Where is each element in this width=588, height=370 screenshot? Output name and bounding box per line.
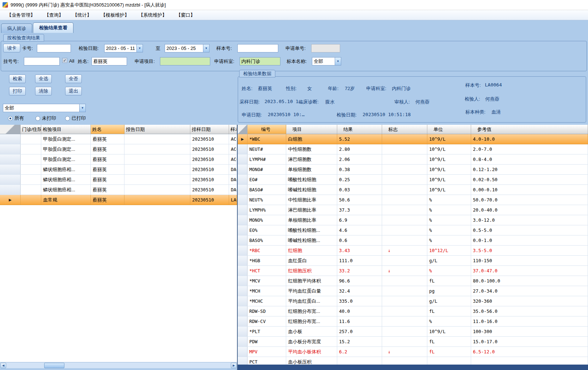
table-row[interactable]: BASO%嗜碱性粒细胞...0.6%0.0-1.0: [238, 235, 588, 246]
lab-result-table: 编号项目结果标志单位参考值▶*WBC白细胞5.5210^9/L4.0-10.0N…: [238, 125, 588, 370]
request-dept-label: 申请科室:: [214, 58, 234, 65]
patient-name-label: 姓名:: [78, 58, 89, 65]
menu-item[interactable]: 【业务管理】: [2, 10, 40, 20]
column-header[interactable]: 报告日期: [124, 125, 190, 134]
radio-icon: [8, 116, 13, 121]
specimen-name-select[interactable]: 全部 ▼: [312, 57, 341, 65]
exit-button[interactable]: 退出: [65, 87, 82, 95]
table-row[interactable]: 甲胎蛋白测定...蔡丽英20230510AC00: [0, 134, 237, 144]
row-selector: [238, 195, 248, 205]
table-row[interactable]: ▶血常规蔡丽英20230510LA00: [0, 195, 237, 205]
column-header[interactable]: 参考值: [471, 125, 588, 134]
table-row[interactable]: *HGB血红蛋白111.0g/L110-150: [238, 256, 588, 266]
card-no-input[interactable]: [37, 44, 71, 52]
table-row[interactable]: 鳞状细胞癌相...蔡丽英20230510DA00: [0, 165, 237, 175]
request-item-input[interactable]: [160, 57, 210, 65]
table-row[interactable]: RDW-SD红细胞分布宽...40.0fL35.0-56.0: [238, 306, 588, 316]
table-row[interactable]: LYMPH#淋巴细胞数2.0610^9/L0.8-4.0: [238, 154, 588, 165]
table-cell: g/L: [427, 256, 471, 265]
column-header[interactable]: 样本: [229, 125, 237, 134]
row-selector: [238, 235, 248, 245]
radio-unprinted[interactable]: 未打印: [35, 115, 56, 122]
patient-name-input[interactable]: [92, 57, 127, 65]
column-header[interactable]: [238, 125, 248, 134]
column-header[interactable]: 标志: [382, 125, 427, 134]
print-button[interactable]: 打印: [9, 87, 26, 95]
row-selector: [238, 347, 248, 357]
table-row[interactable]: *MCHC平均血红蛋白...335.0g/L320-360: [238, 296, 588, 306]
radio-all[interactable]: 所有: [8, 115, 24, 122]
scroll-left-icon[interactable]: ◀: [0, 363, 6, 368]
menu-item[interactable]: 【查询】: [40, 10, 68, 20]
column-header[interactable]: 编号: [248, 125, 286, 134]
column-header[interactable]: 门诊/住院: [21, 125, 41, 134]
result-filter-select[interactable]: 全部 ▼: [3, 104, 86, 112]
radio-label: 已打印: [72, 115, 86, 122]
radio-printed[interactable]: 已打印: [65, 115, 86, 122]
table-row[interactable]: MPV平均血小板体积6.2↓fL6.5-12.0: [238, 347, 588, 357]
column-header[interactable]: [0, 125, 21, 134]
reg-no-input[interactable]: [24, 57, 60, 65]
row-selector: [0, 144, 21, 154]
table-row[interactable]: *HCT红细胞压积33.2↓%37.0-47.0: [238, 266, 588, 276]
table-row[interactable]: *MCH平均血红蛋白量32.4pg27.0-34.0: [238, 286, 588, 296]
clear-button[interactable]: 清除: [35, 87, 52, 95]
table-row[interactable]: MONO%单核细胞比率6.9%3.0-12.0: [238, 215, 588, 225]
menu-item[interactable]: 【系统维护】: [134, 10, 172, 20]
column-header[interactable]: 排样日期: [190, 125, 229, 134]
table-cell: 鳞状细胞癌相...: [41, 185, 91, 195]
all-checkbox[interactable]: ✓: [62, 58, 67, 63]
table-row[interactable]: ▶*WBC白细胞5.5210^9/L4.0-10.0: [238, 134, 588, 144]
table-row[interactable]: MONO#单核细胞数0.3810^9/L0.12-1.20: [238, 165, 588, 175]
table-cell: 2.06: [337, 154, 382, 164]
menu-item[interactable]: 【模板维护】: [96, 10, 134, 20]
table-row[interactable]: 甲胎蛋白测定...蔡丽英20230510AC00: [0, 144, 237, 154]
scrollbar-thumb[interactable]: [44, 363, 64, 368]
table-cell: [21, 185, 41, 195]
table-row[interactable]: PDW血小板分布宽度15.2fL15.0-17.0: [238, 337, 588, 347]
horizontal-scrollbar[interactable]: ◀ ▶: [0, 362, 237, 368]
tab-patient-visit[interactable]: 病人就诊: [1, 24, 32, 33]
tab-lab-result-view[interactable]: 检验结果查看: [33, 22, 73, 33]
select-all-button[interactable]: 全选: [35, 75, 52, 83]
sample-no-input[interactable]: [237, 44, 278, 52]
table-row[interactable]: *RBC红细胞3.43↓10^12/L3.5-5.0: [238, 246, 588, 256]
column-header[interactable]: 单位: [427, 125, 471, 134]
table-cell: 淋巴细胞数: [286, 154, 337, 164]
read-card-button[interactable]: 读卡: [3, 44, 20, 52]
select-none-button[interactable]: 全否: [65, 75, 82, 83]
menu-item[interactable]: 【统计】: [68, 10, 96, 20]
table-row[interactable]: *PLT血小板257.010^9/L100-300: [238, 327, 588, 337]
row-selector: [238, 296, 248, 306]
column-header[interactable]: 结果: [337, 125, 382, 134]
table-cell: 257.0: [337, 327, 382, 336]
request-dept-input[interactable]: [240, 57, 280, 65]
table-row[interactable]: RDW-CV红细胞分布宽...11.6%11.0-16.0: [238, 316, 588, 327]
table-row[interactable]: NEUT%中性细胞比率50.6%50.0-70.0: [238, 195, 588, 205]
column-header[interactable]: 检验项目: [41, 125, 91, 134]
test-date-to-select[interactable]: 2023 - 05 - 25 ▼: [165, 44, 210, 52]
search-button[interactable]: 检索: [9, 75, 26, 83]
table-cell: [124, 185, 190, 195]
column-header[interactable]: 项目: [286, 125, 337, 134]
column-header[interactable]: 姓名: [91, 125, 124, 134]
table-cell: *MCH: [248, 286, 286, 296]
scroll-right-icon[interactable]: ▶: [231, 363, 237, 368]
table-row[interactable]: EO%嗜酸性粒细胞...4.6%0.5-5.0: [238, 225, 588, 235]
request-no-input[interactable]: [311, 44, 340, 52]
table-cell: 0.38: [337, 165, 382, 174]
table-row[interactable]: NEUT#中性细胞数2.8010^9/L2.0-7.0: [238, 144, 588, 154]
chevron-down-icon: ▼: [136, 44, 143, 52]
chevron-down-icon: ▼: [79, 104, 85, 112]
table-row[interactable]: EO#嗜酸性粒细胞0.2510^9/L0.02-0.50: [238, 175, 588, 185]
table-row[interactable]: LYMPH%淋巴细胞比率37.3%20.0-40.0: [238, 205, 588, 215]
result-age-value: 72岁: [345, 85, 355, 92]
table-row[interactable]: BASO#嗜碱性粒细胞0.0310^9/L0.00-0.10: [238, 185, 588, 195]
table-row[interactable]: 鳞状细胞癌相...蔡丽英20230510DA00: [0, 185, 237, 195]
table-row[interactable]: 甲胎蛋白测定...蔡丽英20230510AC00: [0, 154, 237, 165]
table-row[interactable]: 鳞状细胞癌相...蔡丽英20230510DA00: [0, 175, 237, 185]
table-cell: %: [427, 235, 471, 245]
test-date-from-select[interactable]: 2023 - 05 - 11 ▼: [104, 44, 143, 52]
table-row[interactable]: *MCV红细胞平均体积96.6fL80.0-100.0: [238, 276, 588, 286]
menu-item[interactable]: 【窗口】: [172, 10, 200, 20]
